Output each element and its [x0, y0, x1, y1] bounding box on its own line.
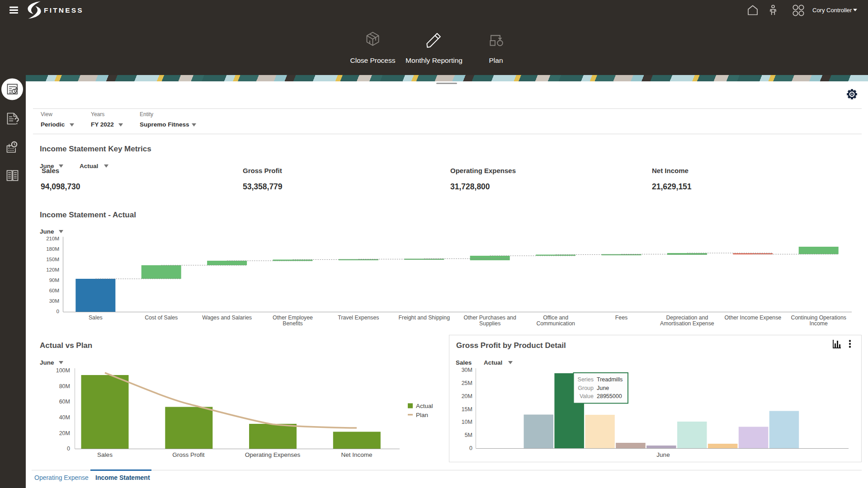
svg-text:180M: 180M: [46, 246, 59, 252]
svg-text:10M: 10M: [462, 419, 472, 425]
svg-text:Value: Value: [580, 393, 594, 399]
svg-text:0: 0: [469, 445, 472, 451]
svg-text:120M: 120M: [46, 267, 59, 272]
svg-text:Fees: Fees: [615, 314, 627, 321]
svg-text:Monthly Reporting: Monthly Reporting: [406, 56, 462, 64]
svg-text:Continuing Operations: Continuing Operations: [791, 314, 846, 321]
svg-text:June: June: [656, 451, 670, 458]
svg-text:210M: 210M: [46, 236, 59, 241]
svg-text:150M: 150M: [46, 257, 59, 262]
svg-text:80M: 80M: [59, 383, 70, 389]
svg-text:Freight and Shipping: Freight and Shipping: [399, 314, 450, 321]
svg-text:25M: 25M: [462, 380, 472, 386]
svg-text:Treadmills: Treadmills: [597, 376, 623, 383]
svg-text:Plan: Plan: [416, 412, 428, 418]
svg-text:20M: 20M: [59, 430, 70, 436]
svg-text:15M: 15M: [462, 406, 472, 413]
svg-text:90M: 90M: [49, 277, 59, 283]
svg-text:Actual: Actual: [416, 403, 433, 409]
svg-text:Communication: Communication: [536, 320, 575, 327]
svg-text:100M: 100M: [56, 367, 70, 374]
svg-text:0: 0: [57, 309, 59, 314]
svg-text:Amortisation Expense: Amortisation Expense: [660, 320, 714, 327]
svg-text:Cory Controller: Cory Controller: [812, 7, 852, 14]
svg-text:Income: Income: [810, 320, 828, 327]
svg-text:Operating Expenses: Operating Expenses: [245, 451, 301, 458]
svg-text:5M: 5M: [465, 432, 472, 438]
svg-text:Other Purchases and: Other Purchases and: [464, 314, 516, 321]
svg-text:60M: 60M: [59, 399, 70, 405]
svg-text:Plan: Plan: [489, 56, 503, 64]
svg-text:Close Process: Close Process: [350, 56, 396, 64]
svg-text:Travel Expenses: Travel Expenses: [338, 314, 379, 321]
svg-text:Net Income: Net Income: [341, 451, 372, 458]
svg-text:30M: 30M: [49, 298, 59, 304]
svg-text:28955000: 28955000: [597, 393, 622, 399]
svg-text:Sales: Sales: [97, 451, 113, 458]
svg-text:20M: 20M: [462, 393, 472, 399]
svg-text:Cost of Sales: Cost of Sales: [145, 314, 178, 321]
svg-text:Group: Group: [578, 385, 594, 391]
svg-text:Other Employee: Other Employee: [273, 314, 313, 321]
svg-text:30M: 30M: [462, 367, 472, 373]
svg-text:FITNESS: FITNESS: [44, 6, 84, 14]
svg-text:Series: Series: [578, 376, 594, 383]
svg-text:Other Income Expense: Other Income Expense: [724, 314, 781, 321]
svg-text:0: 0: [67, 446, 70, 452]
svg-text:60M: 60M: [49, 288, 59, 293]
svg-text:Office and: Office and: [543, 314, 568, 321]
svg-text:Depreciation and: Depreciation and: [666, 314, 708, 321]
svg-text:June: June: [597, 385, 609, 391]
svg-text:Sales: Sales: [89, 314, 103, 321]
svg-text:40M: 40M: [59, 414, 70, 421]
svg-text:Wages and Salaries: Wages and Salaries: [202, 314, 252, 321]
svg-text:Supplies: Supplies: [479, 320, 500, 327]
svg-text:Gross Profit: Gross Profit: [172, 451, 205, 458]
svg-text:Benefits: Benefits: [283, 320, 302, 327]
